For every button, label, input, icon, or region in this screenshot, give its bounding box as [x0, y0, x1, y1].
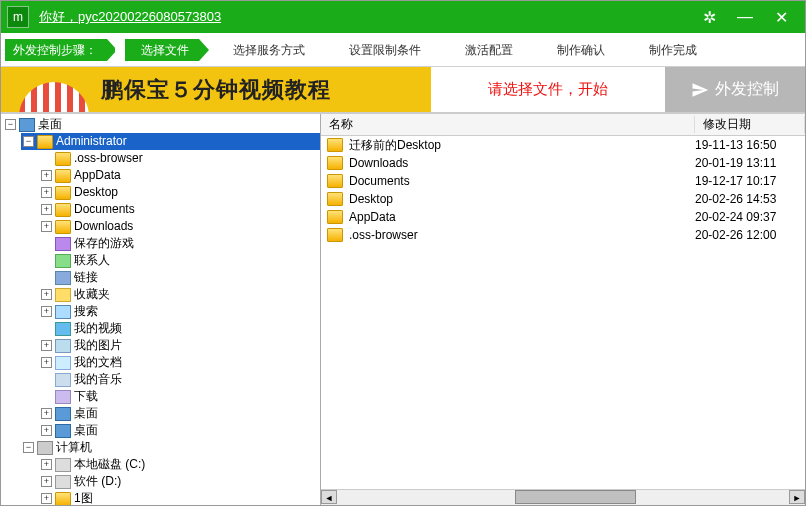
node-label: 联系人 [74, 252, 110, 269]
node-label: 软件 (D:) [74, 473, 121, 490]
folder-icon [55, 373, 71, 387]
list-header: 名称 修改日期 [321, 114, 805, 136]
banner-action-label: 外发控制 [715, 79, 779, 100]
tree-node-computer[interactable]: −计算机 [21, 439, 320, 456]
tree-node[interactable]: +我的图片 [39, 337, 320, 354]
list-row[interactable]: AppData20-02-24 09:37 [321, 208, 805, 226]
tree-node[interactable]: +收藏夹 [39, 286, 320, 303]
row-name: Documents [346, 174, 695, 188]
tree-node[interactable]: +桌面 [39, 405, 320, 422]
list-pane: 名称 修改日期 迁移前的Desktop19-11-13 16:50Downloa… [321, 114, 805, 505]
folder-icon [55, 237, 71, 251]
list-row[interactable]: .oss-browser20-02-26 12:00 [321, 226, 805, 244]
node-label: .oss-browser [74, 150, 143, 167]
folder-icon [55, 424, 71, 438]
step-label: 外发控制步骤： [5, 39, 107, 61]
step-set-limits[interactable]: 设置限制条件 [333, 39, 431, 61]
folder-icon [327, 174, 343, 188]
app-logo-icon: m [7, 6, 29, 28]
tree-node-drive[interactable]: +1图 [39, 490, 320, 505]
node-label: 我的图片 [74, 337, 122, 354]
folder-icon [55, 186, 71, 200]
horizontal-scrollbar[interactable]: ◄ ► [321, 489, 805, 505]
folder-icon [55, 288, 71, 302]
promo-text: 鹏保宝５分钟视频教程 [101, 75, 331, 105]
list-row[interactable]: 迁移前的Desktop19-11-13 16:50 [321, 136, 805, 154]
column-header-name[interactable]: 名称 [321, 116, 695, 133]
folder-icon [55, 169, 71, 183]
column-header-date[interactable]: 修改日期 [695, 116, 805, 133]
banner-promo[interactable]: 鹏保宝５分钟视频教程 [1, 67, 431, 112]
folder-icon [55, 203, 71, 217]
row-name: 迁移前的Desktop [346, 137, 695, 154]
row-date: 20-01-19 13:11 [695, 156, 805, 170]
list-row[interactable]: Documents19-12-17 10:17 [321, 172, 805, 190]
app-window: m 你好，pyc20200226080573803 ✲ — ✕ 外发控制步骤： … [0, 0, 806, 506]
tree-node-desktop-root[interactable]: −桌面 [3, 116, 320, 133]
tree-node-administrator[interactable]: −Administrator [21, 133, 320, 150]
step-select-file[interactable]: 选择文件 [125, 39, 199, 61]
row-name: Desktop [346, 192, 695, 206]
node-label: 桌面 [74, 405, 98, 422]
folder-icon [327, 228, 343, 242]
folder-icon [327, 192, 343, 206]
row-date: 20-02-24 09:37 [695, 210, 805, 224]
tree-node-drive[interactable]: +本地磁盘 (C:) [39, 456, 320, 473]
node-label: 下载 [74, 388, 98, 405]
folder-tree[interactable]: −桌面 −Administrator .oss-browser+AppData+… [1, 114, 320, 505]
tree-node[interactable]: +桌面 [39, 422, 320, 439]
minimize-button[interactable]: — [727, 1, 763, 33]
tree-node[interactable]: 链接 [39, 269, 320, 286]
tree-node[interactable]: .oss-browser [39, 150, 320, 167]
tree-node[interactable]: 联系人 [39, 252, 320, 269]
close-button[interactable]: ✕ [763, 1, 799, 33]
banner: 鹏保宝５分钟视频教程 请选择文件，开始 外发控制 [1, 67, 805, 113]
drive-icon [55, 492, 71, 506]
node-label: 链接 [74, 269, 98, 286]
step-complete[interactable]: 制作完成 [633, 39, 707, 61]
folder-icon [327, 210, 343, 224]
banner-action-button[interactable]: 外发控制 [665, 67, 805, 112]
list-row[interactable]: Downloads20-01-19 13:11 [321, 154, 805, 172]
tree-node[interactable]: 保存的游戏 [39, 235, 320, 252]
folder-icon [55, 152, 71, 166]
settings-gear-icon[interactable]: ✲ [691, 1, 727, 33]
folder-icon [55, 305, 71, 319]
node-label: Administrator [56, 133, 127, 150]
folder-icon [55, 356, 71, 370]
tree-node[interactable]: +Documents [39, 201, 320, 218]
greeting-link[interactable]: 你好，pyc20200226080573803 [39, 8, 221, 26]
node-label: 我的视频 [74, 320, 122, 337]
tree-node[interactable]: +AppData [39, 167, 320, 184]
tree-node[interactable]: +Downloads [39, 218, 320, 235]
scroll-right-icon[interactable]: ► [789, 490, 805, 504]
step-bar: 外发控制步骤： 选择文件 选择服务方式 设置限制条件 激活配置 制作确认 制作完… [1, 33, 805, 67]
node-label: 1图 [74, 490, 93, 505]
node-label: Documents [74, 201, 135, 218]
tree-node[interactable]: +我的文档 [39, 354, 320, 371]
tree-node[interactable]: 我的音乐 [39, 371, 320, 388]
tree-node[interactable]: +搜索 [39, 303, 320, 320]
row-date: 19-12-17 10:17 [695, 174, 805, 188]
tree-node[interactable]: 下载 [39, 388, 320, 405]
paper-plane-icon [691, 81, 709, 99]
tree-node[interactable]: 我的视频 [39, 320, 320, 337]
list-body[interactable]: 迁移前的Desktop19-11-13 16:50Downloads20-01-… [321, 136, 805, 489]
list-row[interactable]: Desktop20-02-26 14:53 [321, 190, 805, 208]
row-name: AppData [346, 210, 695, 224]
desktop-icon [19, 118, 35, 132]
folder-icon [55, 339, 71, 353]
step-confirm[interactable]: 制作确认 [541, 39, 615, 61]
scroll-left-icon[interactable]: ◄ [321, 490, 337, 504]
node-label: 收藏夹 [74, 286, 110, 303]
step-activate[interactable]: 激活配置 [449, 39, 523, 61]
drive-icon [55, 458, 71, 472]
node-label: 保存的游戏 [74, 235, 134, 252]
tree-node[interactable]: +Desktop [39, 184, 320, 201]
node-label: 桌面 [38, 116, 62, 133]
scroll-thumb[interactable] [515, 490, 636, 504]
tree-node-drive[interactable]: +软件 (D:) [39, 473, 320, 490]
step-select-service[interactable]: 选择服务方式 [217, 39, 315, 61]
folder-icon [327, 156, 343, 170]
banner-message: 请选择文件，开始 [431, 67, 665, 112]
